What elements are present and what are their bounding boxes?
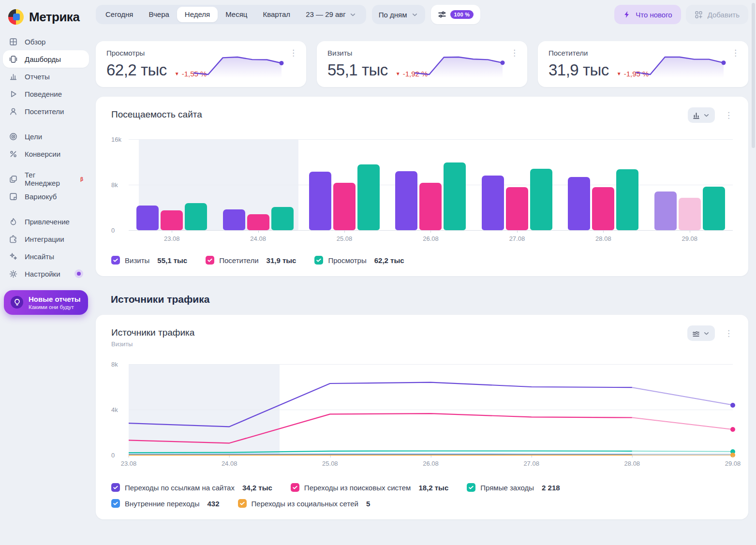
bar-визиты-25.08[interactable] — [309, 172, 331, 230]
kebab-menu-icon[interactable]: ⋮ — [722, 108, 736, 122]
line-series-svg — [129, 364, 733, 455]
x-axis-tick-label: 26.08 — [423, 460, 439, 467]
sidebar-item-reports[interactable]: Отчеты — [3, 68, 89, 85]
sidebar-item-insights[interactable]: Инсайты — [3, 248, 89, 265]
bar-посетители-25.08[interactable] — [333, 183, 356, 230]
bar-посетители-26.08[interactable] — [419, 183, 442, 230]
sidebar-item-behavior[interactable]: Поведение — [3, 85, 89, 103]
legend-checkbox[interactable] — [467, 483, 475, 492]
legend-item[interactable]: Переходы из социальных сетей5 — [238, 499, 371, 508]
bar-просмотры-23.08[interactable] — [185, 203, 207, 230]
legend-checkbox[interactable] — [111, 483, 120, 492]
legend-item[interactable]: Переходы по ссылкам на сайтах34,2 тыс — [111, 483, 272, 492]
integrations-icon — [9, 235, 18, 244]
new-reports-promo-button[interactable]: Новые отчеты Какими они будут — [4, 290, 88, 315]
bar-chart-x-axis: 23.0824.0825.0826.0827.0828.0829.08 — [129, 235, 733, 242]
period-tab-неделя[interactable]: Неделя — [177, 7, 218, 22]
granularity-select[interactable]: По дням — [372, 5, 425, 24]
bar-визиты-26.08[interactable] — [395, 171, 417, 230]
legend-item[interactable]: Визиты55,1 тыс — [111, 256, 187, 265]
add-widget-button[interactable]: Добавить — [686, 5, 748, 24]
period-tab-вчера[interactable]: Вчера — [141, 7, 177, 22]
chart-type-select[interactable] — [688, 107, 715, 123]
legend-checkbox[interactable] — [111, 256, 120, 265]
bar-просмотры-29.08[interactable] — [703, 187, 725, 230]
sidebar-item-tag-manager[interactable]: Тег Менеджерβ — [3, 170, 89, 188]
sidebar-nav: ОбзорДашбордыОтчетыПоведениеПосетителиЦе… — [0, 33, 92, 282]
whats-new-button[interactable]: Что нового — [614, 5, 681, 24]
bar-group-29.08 — [647, 139, 733, 230]
traffic-sources-line-chart-card: Источники трафика Визиты ⋮ 8k4k0 23.0824… — [96, 315, 748, 519]
bar-просмотры-28.08[interactable] — [616, 169, 638, 230]
bar-визиты-29.08[interactable] — [654, 191, 677, 230]
legend-checkbox[interactable] — [206, 256, 214, 265]
x-axis-tick-label: 23.08 — [129, 235, 215, 242]
legend-checkbox[interactable] — [314, 256, 323, 265]
bar-просмотры-26.08[interactable] — [444, 162, 466, 230]
bar-визиты-24.08[interactable] — [223, 209, 245, 230]
bar-визиты-23.08[interactable] — [136, 206, 159, 230]
legend-item[interactable]: Просмотры62,2 тыс — [314, 256, 404, 265]
legend-value: 62,2 тыс — [374, 256, 404, 265]
reports-icon — [9, 72, 18, 81]
sidebar-item-settings[interactable]: Настройки — [3, 265, 89, 282]
legend-checkbox[interactable] — [111, 499, 120, 508]
bar-посетители-29.08[interactable] — [679, 198, 701, 230]
kebab-menu-icon[interactable]: ⋮ — [507, 47, 521, 59]
bar-посетители-28.08[interactable] — [592, 187, 614, 230]
sliders-icon — [438, 10, 446, 19]
legend-label: Просмотры — [328, 256, 366, 265]
kebab-menu-icon[interactable]: ⋮ — [286, 47, 300, 59]
kpi-sparkline — [191, 52, 285, 79]
sidebar-item-variocube[interactable]: Вариокуб — [3, 188, 89, 205]
app-logo[interactable]: Метрика — [0, 6, 92, 33]
sidebar-item-label: Посетители — [25, 107, 64, 116]
y-axis-tick-label: 16k — [111, 136, 121, 143]
bar-визиты-27.08[interactable] — [482, 176, 504, 230]
bar-посетители-24.08[interactable] — [247, 214, 269, 230]
bar-посетители-27.08[interactable] — [506, 187, 528, 230]
sidebar-item-label: Вариокуб — [25, 192, 57, 201]
sidebar-item-integrations[interactable]: Интеграции — [3, 230, 89, 248]
bar-посетители-23.08[interactable] — [161, 210, 183, 230]
sidebar-item-goals[interactable]: Цели — [3, 128, 89, 145]
sidebar-item-visitors[interactable]: Посетители — [3, 103, 89, 120]
date-range-select[interactable]: 23 — 29 авг — [298, 7, 364, 22]
chart-type-select[interactable] — [687, 325, 715, 341]
sidebar-item-attraction[interactable]: Привлечение — [3, 213, 89, 230]
sidebar-item-conversions[interactable]: Конверсии — [3, 145, 89, 162]
page-scrollbar[interactable] — [752, 3, 755, 148]
kebab-menu-icon[interactable]: ⋮ — [728, 47, 742, 59]
legend-item[interactable]: Прямые заходы2 218 — [467, 483, 560, 492]
sidebar-item-overview[interactable]: Обзор — [3, 33, 89, 50]
legend-checkbox[interactable] — [238, 499, 247, 508]
legend-item[interactable]: Посетители31,9 тыс — [206, 256, 296, 265]
toolbar: СегодняВчераНеделяМесяцКвартал23 — 29 ав… — [96, 5, 748, 24]
bar-просмотры-25.08[interactable] — [357, 164, 380, 230]
kebab-menu-icon[interactable]: ⋮ — [722, 326, 736, 340]
sidebar-item-label: Поведение — [25, 90, 62, 98]
period-tab-месяц[interactable]: Месяц — [218, 7, 255, 22]
legend-checkbox[interactable] — [291, 483, 299, 492]
bar-просмотры-27.08[interactable] — [530, 169, 552, 230]
bar-просмотры-24.08[interactable] — [271, 207, 294, 230]
goals-icon — [9, 132, 18, 141]
line-chart-x-axis: 23.0824.0825.0826.0827.0828.0829.08 — [129, 460, 733, 470]
x-axis-tick-label: 25.08 — [322, 460, 338, 467]
date-range-value: 23 — 29 авг — [306, 7, 346, 22]
legend-value: 18,2 тыс — [418, 484, 448, 492]
sidebar-item-label: Настройки — [25, 270, 60, 278]
legend-item[interactable]: Переходы из поисковых систем18,2 тыс — [291, 483, 448, 492]
legend-value: 31,9 тыс — [267, 256, 296, 265]
sidebar-item-label: Конверсии — [25, 150, 60, 158]
legend-item[interactable]: Внутренние переходы432 — [111, 499, 220, 508]
bar-визиты-28.08[interactable] — [568, 177, 590, 230]
period-tab-квартал[interactable]: Квартал — [255, 7, 298, 22]
sidebar-item-dashboards[interactable]: Дашборды — [3, 50, 89, 68]
period-tab-сегодня[interactable]: Сегодня — [98, 7, 141, 22]
sampling-button[interactable]: 100 % — [431, 5, 481, 24]
kpi-card-2: Визиты55,1 тыс▼-1,92 %⋮ — [317, 41, 527, 87]
x-axis-tick-label: 24.08 — [215, 235, 301, 242]
promo-subtitle: Какими они будут — [29, 304, 81, 310]
kpi-value: 55,1 тыс — [327, 61, 388, 79]
